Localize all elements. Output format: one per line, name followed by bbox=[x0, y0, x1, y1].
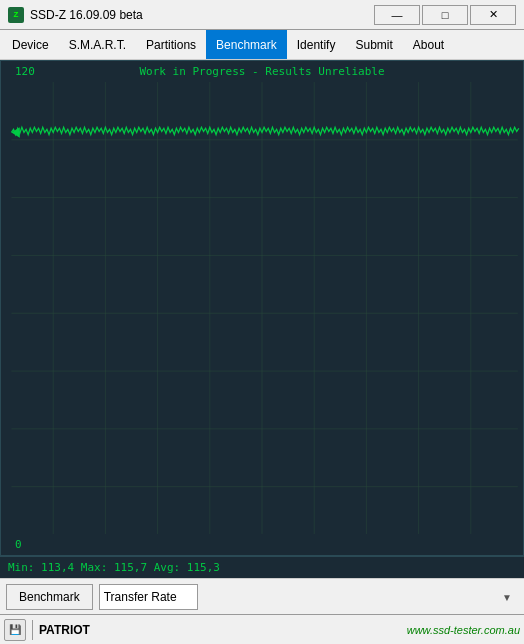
chart-y-min: 0 bbox=[15, 538, 22, 551]
benchmark-type-select[interactable]: Transfer Rate bbox=[99, 584, 198, 610]
menu-about[interactable]: About bbox=[403, 30, 454, 59]
chart-area: 120 Work in Progress - Results Unreliabl… bbox=[0, 60, 524, 556]
menu-submit[interactable]: Submit bbox=[345, 30, 402, 59]
title-text: SSD-Z 16.09.09 beta bbox=[30, 8, 143, 22]
window-controls: — □ ✕ bbox=[374, 5, 516, 25]
main-content: 120 Work in Progress - Results Unreliabl… bbox=[0, 60, 524, 578]
status-divider bbox=[32, 620, 33, 640]
chart-svg bbox=[1, 61, 523, 555]
stats-bar: Min: 113,4 Max: 115,7 Avg: 115,3 bbox=[0, 556, 524, 578]
app-icon: Z bbox=[8, 7, 24, 23]
menu-benchmark[interactable]: Benchmark bbox=[206, 30, 287, 59]
chart-title: Work in Progress - Results Unreliable bbox=[139, 65, 384, 78]
maximize-button[interactable]: □ bbox=[422, 5, 468, 25]
benchmark-controls: Benchmark Transfer Rate ▼ bbox=[0, 578, 524, 614]
menu-partitions[interactable]: Partitions bbox=[136, 30, 206, 59]
minimize-button[interactable]: — bbox=[374, 5, 420, 25]
website-url: www.ssd-tester.com.au bbox=[407, 624, 520, 636]
chart-y-max: 120 bbox=[15, 65, 35, 78]
benchmark-button[interactable]: Benchmark bbox=[6, 584, 93, 610]
menu-identify[interactable]: Identify bbox=[287, 30, 346, 59]
drive-name: PATRIOT bbox=[39, 623, 90, 637]
chevron-down-icon: ▼ bbox=[502, 591, 512, 602]
menu-device[interactable]: Device bbox=[2, 30, 59, 59]
menu-smart[interactable]: S.M.A.R.T. bbox=[59, 30, 136, 59]
chart-stats: Min: 113,4 Max: 115,7 Avg: 115,3 bbox=[8, 561, 220, 574]
title-bar: Z SSD-Z 16.09.09 beta — □ ✕ bbox=[0, 0, 524, 30]
drive-icon: 💾 bbox=[4, 619, 26, 641]
transfer-rate-wrapper: Transfer Rate ▼ bbox=[99, 584, 518, 610]
close-button[interactable]: ✕ bbox=[470, 5, 516, 25]
status-bar: 💾 PATRIOT www.ssd-tester.com.au bbox=[0, 614, 524, 644]
menu-bar: Device S.M.A.R.T. Partitions Benchmark I… bbox=[0, 30, 524, 60]
